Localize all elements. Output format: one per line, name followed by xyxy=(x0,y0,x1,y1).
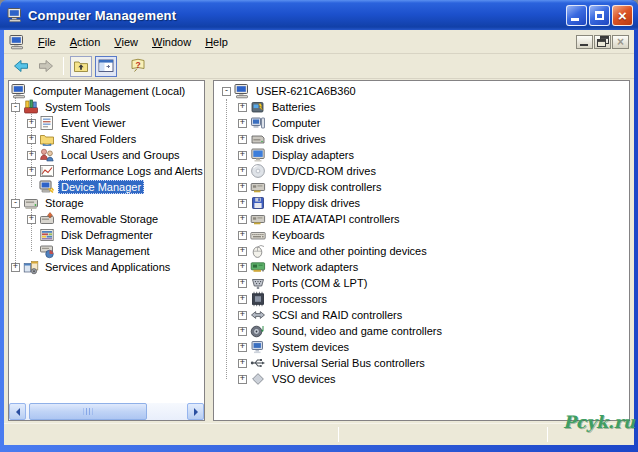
tree-item-mice-and-other-pointing-devices[interactable]: +Mice and other pointing devices xyxy=(214,243,629,259)
tree-item-label: VSO devices xyxy=(269,372,339,386)
expand-toggle[interactable]: + xyxy=(238,199,247,208)
expand-toggle[interactable]: + xyxy=(238,231,247,240)
tree-item-label: Services and Applications xyxy=(42,260,173,274)
maximize-button[interactable] xyxy=(589,5,610,26)
scsi-icon xyxy=(250,307,266,323)
tree-item-services-and-applications[interactable]: +Services and Applications xyxy=(9,259,204,275)
tree-item-device-manager[interactable]: Device Manager xyxy=(9,179,204,195)
tree-item-batteries[interactable]: +Batteries xyxy=(214,99,629,115)
expand-toggle[interactable]: + xyxy=(238,279,247,288)
scroll-right-button[interactable] xyxy=(187,403,204,420)
tree-item-display-adapters[interactable]: +Display adapters xyxy=(214,147,629,163)
window-title: Computer Management xyxy=(28,8,566,23)
tree-item-ide-ata-atapi-controllers[interactable]: +IDE ATA/ATAPI controllers xyxy=(214,211,629,227)
expand-toggle[interactable]: + xyxy=(238,135,247,144)
expand-toggle[interactable]: + xyxy=(27,119,36,128)
tree-item-dvd-cd-rom-drives[interactable]: +DVD/CD-ROM drives xyxy=(214,163,629,179)
tree-item-label: Local Users and Groups xyxy=(58,148,183,162)
expand-toggle[interactable]: + xyxy=(238,375,247,384)
tree-item-label: Ports (COM & LPT) xyxy=(269,276,370,290)
menu-file[interactable]: File xyxy=(31,33,63,51)
back-button[interactable] xyxy=(10,56,32,77)
scrollbar-thumb[interactable] xyxy=(29,403,147,420)
tree-item-label: Event Viewer xyxy=(58,116,129,130)
help-button[interactable]: ? xyxy=(127,56,149,77)
tree-item-label: Device Manager xyxy=(58,180,144,194)
expand-toggle[interactable]: + xyxy=(238,343,247,352)
tree-item-event-viewer[interactable]: +Event Viewer xyxy=(9,115,204,131)
device-tree: -USER-621CA6B360+Batteries+Computer+Disk… xyxy=(214,81,629,387)
expand-toggle[interactable]: + xyxy=(238,247,247,256)
users-icon xyxy=(39,147,55,163)
tree-item-floppy-disk-controllers[interactable]: +Floppy disk controllers xyxy=(214,179,629,195)
tree-item-shared-folders[interactable]: +Shared Folders xyxy=(9,131,204,147)
expand-toggle[interactable]: + xyxy=(238,183,247,192)
menu-window[interactable]: Window xyxy=(145,33,198,51)
expand-toggle[interactable]: + xyxy=(238,103,247,112)
expand-toggle[interactable]: + xyxy=(27,215,36,224)
tree-item-sound-video-and-game-controllers[interactable]: +Sound, video and game controllers xyxy=(214,323,629,339)
expand-toggle[interactable]: + xyxy=(238,151,247,160)
show-hide-console-tree-button[interactable] xyxy=(95,56,117,77)
tree-item-keyboards[interactable]: +Keyboards xyxy=(214,227,629,243)
tree-item-system-devices[interactable]: +System devices xyxy=(214,339,629,355)
card-icon xyxy=(250,179,266,195)
tree-item-label: Computer xyxy=(269,116,323,130)
tree-item-user-621ca6b360[interactable]: -USER-621CA6B360 xyxy=(214,83,629,99)
tree-item-universal-serial-bus-controllers[interactable]: +Universal Serial Bus controllers xyxy=(214,355,629,371)
tree-item-label: Floppy disk controllers xyxy=(269,180,384,194)
tree-item-storage[interactable]: -Storage xyxy=(9,195,204,211)
collapse-toggle[interactable]: - xyxy=(222,87,231,96)
horizontal-scrollbar[interactable] xyxy=(9,403,204,420)
menu-action[interactable]: Action xyxy=(63,33,108,51)
expand-toggle[interactable]: + xyxy=(27,151,36,160)
tree-item-local-users-and-groups[interactable]: +Local Users and Groups xyxy=(9,147,204,163)
tree-item-removable-storage[interactable]: +Removable Storage xyxy=(9,211,204,227)
tree-item-ports-com-lpt[interactable]: +Ports (COM & LPT) xyxy=(214,275,629,291)
collapse-toggle[interactable]: - xyxy=(11,103,20,112)
sound-icon xyxy=(250,323,266,339)
maximize-icon xyxy=(595,11,604,20)
close-button[interactable]: × xyxy=(612,5,633,26)
expand-toggle[interactable]: + xyxy=(27,135,36,144)
tree-item-disk-defragmenter[interactable]: Disk Defragmenter xyxy=(9,227,204,243)
expand-toggle[interactable]: + xyxy=(238,295,247,304)
tree-item-processors[interactable]: +Processors xyxy=(214,291,629,307)
mdi-minimize-button[interactable] xyxy=(576,35,593,49)
tree-item-label: System devices xyxy=(269,340,352,354)
tree-item-vso-devices[interactable]: +VSO devices xyxy=(214,371,629,387)
expand-toggle[interactable]: + xyxy=(238,311,247,320)
expand-toggle[interactable]: + xyxy=(238,215,247,224)
tree-item-performance-logs-and-alerts[interactable]: +Performance Logs and Alerts xyxy=(9,163,204,179)
title-bar[interactable]: Computer Management × xyxy=(0,0,638,30)
expand-toggle[interactable]: + xyxy=(27,167,36,176)
collapse-toggle[interactable]: - xyxy=(11,199,20,208)
tree-item-computer[interactable]: +Computer xyxy=(214,115,629,131)
minimize-button[interactable] xyxy=(566,5,587,26)
tree-item-network-adapters[interactable]: +Network adapters xyxy=(214,259,629,275)
mdi-restore-icon xyxy=(597,36,609,47)
tree-item-disk-management[interactable]: Disk Management xyxy=(9,243,204,259)
up-one-level-button[interactable] xyxy=(70,56,92,77)
expand-toggle[interactable]: + xyxy=(11,263,20,272)
tree-item-label: Storage xyxy=(42,196,87,210)
tree-item-disk-drives[interactable]: +Disk drives xyxy=(214,131,629,147)
menu-view[interactable]: View xyxy=(107,33,145,51)
expand-toggle[interactable]: + xyxy=(238,359,247,368)
tree-item-scsi-and-raid-controllers[interactable]: +SCSI and RAID controllers xyxy=(214,307,629,323)
expand-toggle[interactable]: + xyxy=(238,167,247,176)
display-icon xyxy=(250,147,266,163)
mdi-restore-button[interactable] xyxy=(594,35,611,49)
scrollbar-track[interactable] xyxy=(26,403,187,420)
storage-icon xyxy=(23,195,39,211)
expand-toggle[interactable]: + xyxy=(238,119,247,128)
tree-item-floppy-disk-drives[interactable]: +Floppy disk drives xyxy=(214,195,629,211)
expand-toggle[interactable]: + xyxy=(238,327,247,336)
tree-item-computer-management-local[interactable]: Computer Management (Local) xyxy=(9,83,204,99)
tree-item-system-tools[interactable]: -System Tools xyxy=(9,99,204,115)
expand-toggle[interactable]: + xyxy=(238,263,247,272)
tree-item-label: Floppy disk drives xyxy=(269,196,363,210)
mdi-close-button-disabled: × xyxy=(612,35,629,49)
scroll-left-button[interactable] xyxy=(9,403,26,420)
menu-help[interactable]: Help xyxy=(198,33,235,51)
